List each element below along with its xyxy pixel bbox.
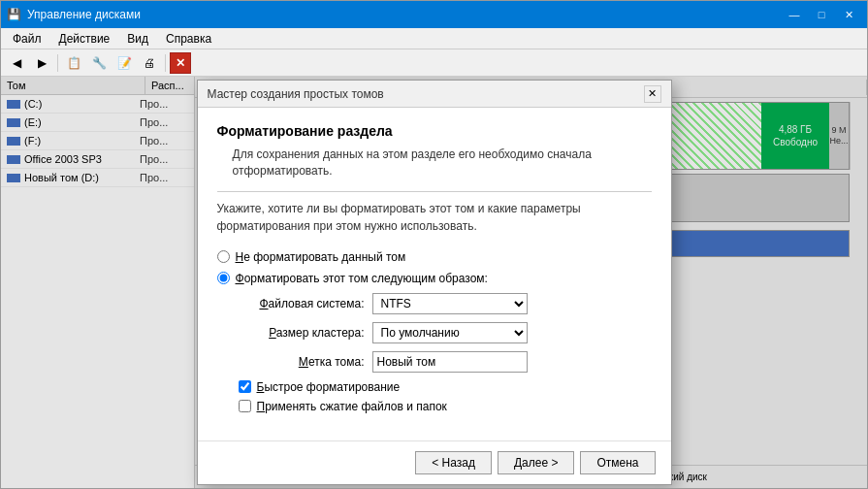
toolbar-btn4[interactable]: 🖨 — [138, 52, 161, 74]
modal-desc2: Укажите, хотите ли вы форматировать этот… — [217, 200, 652, 235]
toolbar-stop-btn[interactable]: ✕ — [170, 52, 191, 74]
radio-format[interactable]: Форматировать этот том следующим образом… — [217, 272, 652, 285]
quick-format-label: Быстрое форматирование — [257, 380, 401, 394]
radio-group: Не форматировать данный том Форматироват… — [217, 250, 652, 413]
menu-view[interactable]: Вид — [119, 30, 156, 48]
label-row: Метка тома: — [239, 351, 652, 373]
format-radio[interactable] — [217, 272, 230, 284]
menu-bar: Файл Действие Вид Справка — [1, 28, 867, 49]
toolbar: ◀ ▶ 📋 🔧 📝 🖨 ✕ — [1, 49, 867, 77]
toolbar-forward[interactable]: ▶ — [30, 52, 53, 74]
menu-file[interactable]: Файл — [5, 30, 49, 48]
fs-row: Файловая система: NTFS FAT32 exFAT — [239, 293, 652, 314]
label-input[interactable] — [372, 351, 528, 373]
cluster-row: Размер кластера: По умолчанию 512 1024 2… — [239, 322, 652, 343]
compress-label: Применять сжатие файлов и папок — [257, 400, 447, 413]
cluster-select[interactable]: По умолчанию 512 1024 2048 4096 — [372, 322, 528, 343]
modal-desc1: Для сохранения данных на этом разделе ег… — [233, 147, 652, 179]
quick-format-checkbox[interactable] — [239, 380, 251, 393]
format-options: Файловая система: NTFS FAT32 exFAT — [239, 293, 652, 413]
format-label: Форматировать этот том следующим образом… — [236, 272, 488, 285]
toolbar-btn3[interactable]: 📝 — [113, 52, 136, 74]
next-button[interactable]: Далее > — [498, 451, 575, 474]
close-button[interactable]: ✕ — [836, 5, 861, 24]
quick-format-row: Быстрое форматирование — [239, 380, 652, 394]
menu-action[interactable]: Действие — [51, 30, 118, 48]
maximize-button[interactable]: □ — [809, 5, 834, 24]
cancel-button[interactable]: Отмена — [580, 451, 655, 474]
title-bar: 💾 Управление дисками — □ ✕ — [1, 1, 867, 28]
toolbar-sep-2 — [165, 54, 166, 72]
minimize-button[interactable]: — — [782, 5, 807, 24]
modal-dialog: Мастер создания простых томов ✕ Форматир… — [197, 80, 672, 485]
no-format-radio[interactable] — [217, 250, 230, 263]
modal-footer: < Назад Далее > Отмена — [198, 440, 671, 484]
app-title: Управление дисками — [27, 8, 141, 21]
separator-1 — [217, 191, 652, 192]
back-button[interactable]: < Назад — [415, 451, 492, 474]
toolbar-btn1[interactable]: 📋 — [62, 52, 85, 74]
app-icon: 💾 — [7, 8, 21, 21]
cluster-label: Размер кластера: — [239, 326, 365, 340]
compress-checkbox[interactable] — [239, 400, 251, 412]
modal-title: Мастер создания простых томов — [208, 87, 384, 101]
label-label: Метка тома: — [239, 355, 365, 369]
modal-content: Форматирование раздела Для сохранения да… — [198, 108, 671, 440]
modal-close-button[interactable]: ✕ — [644, 85, 661, 103]
menu-help[interactable]: Справка — [158, 30, 219, 48]
toolbar-back[interactable]: ◀ — [5, 52, 28, 74]
radio-no-format[interactable]: Не форматировать данный том — [217, 250, 652, 264]
toolbar-sep-1 — [57, 54, 58, 72]
modal-overlay: Мастер создания простых томов ✕ Форматир… — [1, 77, 867, 488]
fs-select[interactable]: NTFS FAT32 exFAT — [372, 293, 528, 314]
modal-section-title: Форматирование раздела — [217, 123, 652, 139]
modal-title-bar: Мастер создания простых томов ✕ — [198, 81, 671, 108]
no-format-label: Не форматировать данный том — [236, 250, 406, 264]
toolbar-btn2[interactable]: 🔧 — [87, 52, 111, 74]
fs-label: Файловая система: — [239, 297, 365, 310]
compress-row: Применять сжатие файлов и папок — [239, 400, 652, 413]
